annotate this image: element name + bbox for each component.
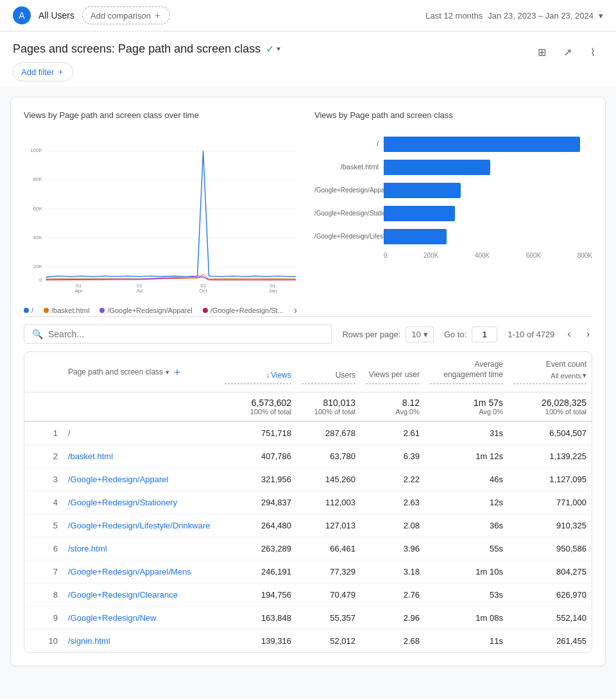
col-avg-label: Average engagement time — [430, 360, 503, 380]
go-to-input[interactable] — [472, 326, 497, 342]
bar-label-1: / — [314, 140, 379, 148]
all-events-label: All events — [551, 372, 581, 380]
cell-views: 246,191 — [219, 562, 296, 582]
sort-down-icon: ↓ — [266, 371, 270, 380]
total-event: 26,028,325 100% of total — [508, 395, 592, 418]
cell-event: 1,127,095 — [508, 469, 592, 489]
prev-page-button[interactable]: ‹ — [565, 326, 573, 342]
bar-track-3 — [384, 183, 592, 198]
cell-users: 287,678 — [296, 423, 361, 443]
avatar: A — [13, 6, 31, 24]
cell-users: 63,780 — [296, 446, 361, 466]
total-vpu: 8.12 Avg 0% — [361, 395, 425, 418]
bar-label-3: /Google+Redesign/Apparel — [314, 187, 379, 194]
total-views-sub: 100% of total — [250, 408, 291, 416]
cell-vpu: 2.22 — [361, 469, 425, 489]
total-event-val: 26,028,325 — [542, 398, 586, 408]
go-to-label: Go to: — [444, 330, 466, 339]
cell-rank: 8 — [24, 585, 63, 605]
total-views: 6,573,602 100% of total — [219, 395, 296, 418]
cell-avg: 1m 08s — [425, 608, 508, 628]
col-views-per-user[interactable]: Views per user — [361, 357, 425, 387]
cell-avg: 53s — [425, 585, 508, 605]
col-avg-engagement[interactable]: Average engagement time — [425, 357, 508, 387]
add-filter-button[interactable]: Add filter ＋ — [13, 62, 73, 81]
date-range-selector[interactable]: Last 12 months Jan 23, 2023 – Jan 23, 20… — [425, 11, 603, 21]
date-range-value: Jan 23, 2023 – Jan 23, 2024 — [488, 11, 594, 21]
col-event-count[interactable]: Event count All events ▾ — [508, 357, 592, 387]
add-comparison-label: Add comparison — [90, 11, 151, 21]
legend-dot-3 — [99, 308, 105, 313]
search-icon: 🔍 — [32, 329, 43, 339]
all-events-dropdown[interactable]: All events ▾ — [551, 371, 586, 380]
cell-views: 163,848 — [219, 608, 296, 628]
search-box[interactable]: 🔍 — [24, 324, 332, 344]
page-header: Pages and screens: Page path and screen … — [0, 31, 616, 87]
line-chart-legend: / /basket.html /Google+Redesign/Apparel … — [24, 305, 302, 316]
cell-path[interactable]: /basket.html — [63, 446, 219, 466]
top-bar-left: A All Users Add comparison ＋ — [13, 6, 170, 24]
views-underline — [225, 383, 291, 384]
cell-users: 66,461 — [296, 539, 361, 559]
col-plus-icon[interactable]: ＋ — [172, 366, 182, 379]
cell-views: 139,316 — [219, 631, 296, 651]
rows-per-page-dropdown-icon: ▾ — [424, 330, 428, 339]
col-users[interactable]: Users — [296, 357, 361, 387]
table-row: 8 /Google+Redesign/Clearance 194,756 70,… — [24, 584, 592, 607]
totals-row: 6,573,602 100% of total 810,013 100% of … — [24, 392, 592, 422]
bar-fill-4 — [384, 206, 455, 221]
cell-event: 552,140 — [508, 608, 592, 628]
cell-path[interactable]: /Google+Redesign/New — [63, 608, 219, 628]
charts-wrapper: Views by Page path and screen class over… — [10, 97, 606, 666]
line-chart-section: Views by Page path and screen class over… — [24, 110, 302, 316]
table-icon-button[interactable]: ⊞ — [531, 42, 552, 62]
cell-rank: 3 — [24, 469, 63, 489]
title-badge[interactable]: ✓ ▾ — [266, 43, 280, 55]
next-page-button[interactable]: › — [584, 326, 592, 342]
col-views-label: ↓ Views — [266, 371, 291, 380]
chevron-down-icon: ▾ — [599, 11, 603, 21]
filter-dropdown-icon[interactable]: ▾ — [166, 368, 169, 376]
cell-rank: 9 — [24, 608, 63, 628]
add-filter-label: Add filter — [21, 67, 54, 77]
cell-path[interactable]: /Google+Redesign/Clearance — [63, 585, 219, 605]
cell-users: 70,479 — [296, 585, 361, 605]
bar-row-2: /basket.html — [314, 160, 592, 175]
svg-text:Apr: Apr — [74, 288, 83, 294]
svg-text:80K: 80K — [33, 176, 42, 182]
cell-rank: 1 — [24, 423, 63, 443]
cell-path[interactable]: /store.html — [63, 539, 219, 559]
cell-path[interactable]: /signin.html — [63, 631, 219, 651]
total-avg: 1m 57s Avg 0% — [425, 395, 508, 418]
col-views[interactable]: ↓ Views — [219, 357, 296, 387]
all-events-arrow: ▾ — [583, 371, 586, 380]
bar-row-5: /Google+Redesign/Lifestyle/... — [314, 229, 592, 244]
all-users-button[interactable]: All Users — [38, 10, 74, 21]
cell-path[interactable]: / — [63, 423, 219, 443]
svg-text:100K: 100K — [30, 147, 43, 153]
cell-path[interactable]: /Google+Redesign/Apparel/Mens — [63, 562, 219, 582]
add-comparison-button[interactable]: Add comparison ＋ — [82, 6, 170, 24]
cell-path[interactable]: /Google+Redesign/Stationery — [63, 493, 219, 512]
cell-path[interactable]: /Google+Redesign/Apparel — [63, 469, 219, 489]
col-path-label: Page path and screen class — [68, 367, 163, 376]
vpu-underline — [366, 383, 420, 384]
total-vpu-val: 8.12 — [402, 398, 420, 408]
cell-event: 1,139,225 — [508, 446, 592, 466]
line-chart-svg: 100K 80K 60K 40K 20K 0 0 — [24, 130, 302, 297]
cell-views: 407,786 — [219, 446, 296, 466]
table-row: 10 /signin.html 139,316 52,012 2.68 11s … — [24, 630, 592, 652]
rows-per-page-select[interactable]: 10 ▾ — [406, 326, 433, 342]
col-path[interactable]: Page path and screen class ▾ ＋ — [63, 357, 219, 387]
go-to: Go to: — [444, 326, 497, 342]
cell-vpu: 2.08 — [361, 516, 425, 535]
legend-more-icon[interactable]: › — [294, 305, 297, 316]
cell-rank: 5 — [24, 516, 63, 535]
share-icon-button[interactable]: ↗ — [557, 42, 578, 62]
charts-row: Views by Page path and screen class over… — [24, 110, 592, 316]
cell-vpu: 2.76 — [361, 585, 425, 605]
insights-icon-button[interactable]: ⌇ — [583, 42, 603, 62]
search-input[interactable] — [48, 329, 323, 339]
cell-path[interactable]: /Google+Redesign/Lifestyle/Drinkware — [63, 516, 219, 535]
bar-x-0: 0 — [384, 252, 388, 259]
